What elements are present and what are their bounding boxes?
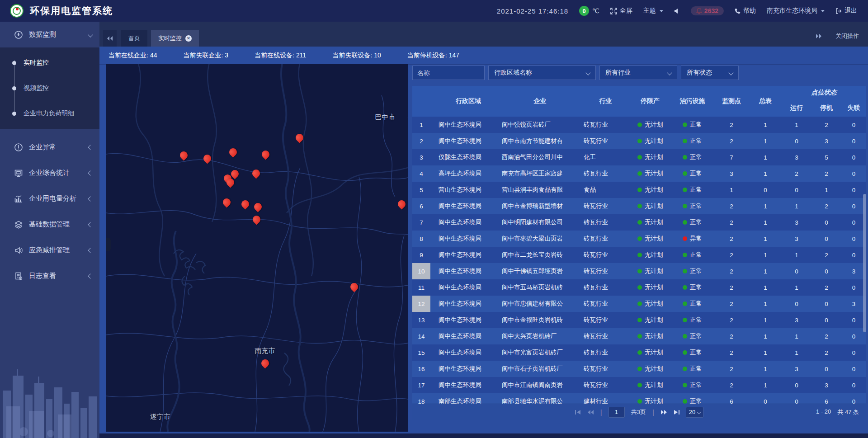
- header-action-label: 主题: [643, 7, 656, 15]
- tab-首页[interactable]: 首页: [121, 30, 147, 47]
- sidebar-item-应急减排管理[interactable]: 应急减排管理: [0, 237, 99, 263]
- notification-badge[interactable]: 2632: [691, 6, 724, 15]
- table-row[interactable]: 12 阆中生态环境局 阆中市忠信建材有限公 砖瓦行业 无计划 正常 2 1 0 …: [412, 296, 866, 312]
- city-label-巴中市: 巴中市: [375, 113, 395, 122]
- prev-page-icon[interactable]: [587, 410, 594, 415]
- status-dot-icon: [683, 253, 687, 257]
- cell-company: 西南油气田分公司川中: [498, 149, 582, 165]
- table-row[interactable]: 15 阆中生态环境局 阆中市光富页岩机砖厂 砖瓦行业 无计划 正常 2 1 1 …: [412, 344, 866, 361]
- table-scrollbar[interactable]: [863, 194, 866, 332]
- speaker-icon[interactable]: [674, 8, 680, 14]
- sidebar-subitem-实时监控[interactable]: 实时监控: [0, 50, 99, 75]
- sidebar-item-企业用电量分析[interactable]: 企业用电量分析: [0, 186, 99, 212]
- close-operations-button[interactable]: 关闭操作: [835, 32, 859, 40]
- table-row[interactable]: 4 高坪生态环境局 南充市高坪区王家店建 砖瓦行业 无计划 正常 3 1 2 2…: [412, 165, 866, 182]
- cell-stop: 2: [811, 247, 841, 263]
- cell-lost: 3: [841, 296, 866, 312]
- map-collapse-button[interactable]: [106, 238, 111, 251]
- cell-monitor: 2: [714, 279, 749, 296]
- first-page-icon[interactable]: [575, 410, 581, 415]
- table-row[interactable]: 7 阆中生态环境局 阆中明阳建材有限公司 砖瓦行业 无计划 正常 2 1 3 0…: [412, 214, 866, 231]
- table-row[interactable]: 1 阆中生态环境局 阆中强锐页岩砖厂 砖瓦行业 无计划 正常 2 1 1 2 0: [412, 117, 866, 133]
- tab-close-icon[interactable]: ✕: [185, 35, 192, 42]
- cell-company: 阆中明阳建材有限公司: [498, 214, 582, 231]
- sidebar-item-label: 企业综合统计: [29, 169, 70, 177]
- industry-filter-select[interactable]: 所有行业: [599, 66, 677, 80]
- cell-lost: 0: [841, 182, 866, 198]
- status-filter-select[interactable]: 所有状态: [681, 66, 739, 80]
- chevron-down-icon: [697, 410, 701, 414]
- company-table: 行政区域 企业 行业 停限产 治污设施 监测点 总表 点位状态 运行 停机 失联: [412, 86, 866, 404]
- total-label: 共 47 条: [837, 408, 859, 416]
- table-row[interactable]: 6 阆中生态环境局 阆中市金博瑞新型墙材 砖瓦行业 无计划 正常 2 1 1 2…: [412, 198, 866, 214]
- cell-run: 0: [782, 182, 811, 198]
- table-row[interactable]: 3 仪陇生态环境局 西南油气田分公司川中 化工 无计划 正常 7 1 3 5 0: [412, 149, 866, 165]
- cell-lost: 0: [841, 328, 866, 344]
- page-size-select[interactable]: 20: [686, 407, 703, 418]
- page-number-input[interactable]: [609, 407, 625, 418]
- header-action-label: 帮助: [743, 7, 756, 15]
- table-row[interactable]: 11 阆中生态环境局 阆中市五马桥页岩机砖 砖瓦行业 无计划 正常 2 1 1 …: [412, 279, 866, 296]
- header-action-全屏[interactable]: 全屏: [610, 7, 632, 15]
- last-page-icon[interactable]: [674, 410, 679, 415]
- table-row[interactable]: 10 阆中生态环境局 阆中千佛镇五郎垭页岩 砖瓦行业 无计划 正常 2 1 0 …: [412, 263, 866, 279]
- sidebar-subitem-视频监控[interactable]: 视频监控: [0, 75, 99, 101]
- table-row[interactable]: 17 阆中生态环境局 阆中市江南镇阆南页岩 砖瓦行业 无计划 正常 2 1 0 …: [412, 377, 866, 393]
- sidebar-item-日志查看[interactable]: 日志查看: [0, 263, 99, 289]
- cell-total: 1: [749, 165, 782, 182]
- header-action-主题[interactable]: 主题: [643, 7, 663, 15]
- temperature-badge: 0 ℃: [579, 6, 599, 16]
- region-filter-select[interactable]: 行政区域名称: [488, 66, 596, 80]
- header-action-帮助[interactable]: 帮助: [735, 7, 756, 15]
- status-dot-icon: [683, 269, 687, 273]
- sidebar-item-label: 应急减排管理: [29, 246, 70, 254]
- tab-实时监控[interactable]: 实时监控✕: [151, 30, 199, 47]
- sidebar-item-基础数据管理[interactable]: 基础数据管理: [0, 212, 99, 237]
- sidebar-item-企业异常[interactable]: 企业异常: [0, 134, 99, 160]
- table-body: 1 阆中生态环境局 阆中强锐页岩砖厂 砖瓦行业 无计划 正常 2 1 1 2 0…: [412, 117, 866, 404]
- header-action-退出[interactable]: 退出: [835, 7, 857, 15]
- cell-index: 1: [412, 117, 430, 133]
- table-row[interactable]: 2 阆中生态环境局 阆中市南方节能建材有 砖瓦行业 无计划 正常 2 1 0 3…: [412, 133, 866, 149]
- cell-region: 高坪生态环境局: [430, 165, 498, 182]
- next-page-icon[interactable]: [660, 410, 667, 415]
- stat-label: 当前停机设备:: [407, 52, 447, 59]
- cell-index: 16: [412, 361, 430, 377]
- status-dot-icon: [637, 285, 642, 290]
- status-dot-icon: [683, 318, 687, 322]
- cell-index: 18: [412, 393, 430, 404]
- table-row[interactable]: 18 南部生态环境局 南部县驰华水泥有限公 建材行业 无计划 正常 6 0 0 …: [412, 393, 866, 404]
- cell-facility: 正常: [671, 312, 714, 328]
- cell-total: 1: [749, 149, 782, 165]
- table-row[interactable]: 8 阆中生态环境局 阆中市枣碧大梁山页岩 砖瓦行业 无计划 异常 2 1 3 0…: [412, 231, 866, 247]
- table-row[interactable]: 14 阆中生态环境局 阆中大兴页岩机砖厂 砖瓦行业 无计划 正常 2 1 1 2…: [412, 328, 866, 344]
- cell-industry: 砖瓦行业: [582, 231, 629, 247]
- sidebar-item-数据监测[interactable]: 数据监测: [0, 22, 99, 47]
- table-row[interactable]: 13 阆中生态环境局 阆中市金福旺页岩机砖 砖瓦行业 无计划 正常 2 1 3 …: [412, 312, 866, 328]
- header-action-南充市生态环境局[interactable]: 南充市生态环境局: [767, 7, 825, 15]
- cityscape-decoration-icon: [0, 348, 99, 438]
- double-chevron-right-icon[interactable]: [816, 33, 822, 39]
- cell-index: 17: [412, 377, 430, 393]
- cell-run: 0: [782, 263, 811, 279]
- sidebar-item-企业综合统计[interactable]: 企业综合统计: [0, 160, 99, 186]
- cell-stop: 2: [811, 117, 841, 133]
- cell-facility: 正常: [671, 133, 714, 149]
- cell-lost: 3: [841, 263, 866, 279]
- name-filter-input[interactable]: [412, 66, 485, 80]
- table-row[interactable]: 16 阆中生态环境局 阆中市石子页岩机砖厂 砖瓦行业 无计划 正常 2 1 3 …: [412, 361, 866, 377]
- cell-run: 3: [782, 361, 811, 377]
- cell-limit: 无计划: [629, 312, 671, 328]
- sidebar-item-label: 日志查看: [29, 272, 56, 280]
- table-row[interactable]: 9 阆中生态环境局 阆中市二龙长宝页岩砖 砖瓦行业 无计划 正常 2 1 1 2…: [412, 247, 866, 263]
- map-panel[interactable]: 巴中市南充市遂宁市: [106, 64, 408, 432]
- status-dot-icon: [637, 188, 642, 192]
- chevron-left-icon: [88, 196, 93, 201]
- double-chevron-left-icon[interactable]: [103, 30, 117, 47]
- col-limit: 停限产: [629, 86, 671, 117]
- sidebar-subitem-企业电力负荷明细[interactable]: 企业电力负荷明细: [0, 101, 99, 126]
- status-dot-icon: [683, 188, 687, 192]
- cell-stop: 3: [811, 133, 841, 149]
- cell-industry: 食品: [582, 182, 629, 198]
- table-row[interactable]: 5 营山生态环境局 营山县润丰肉食品有限 食品 无计划 正常 1 0 0 1 0: [412, 182, 866, 198]
